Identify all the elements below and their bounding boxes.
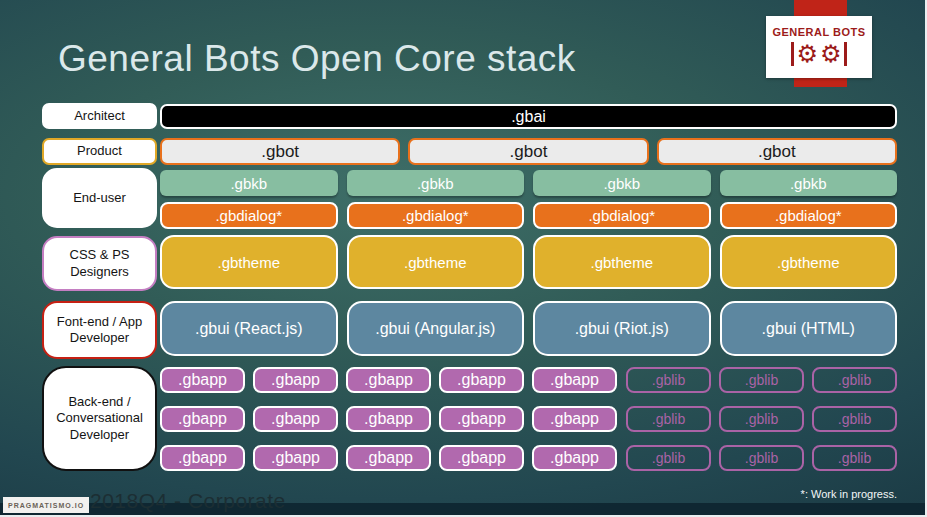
gbapp-box: .gbapp: [160, 445, 245, 471]
gbkb-box: .gbkb: [160, 170, 338, 196]
gbapp-box: .gbapp: [346, 406, 431, 432]
gbtheme-box: .gbtheme: [160, 235, 338, 289]
gbtheme-box: .gbtheme: [720, 235, 898, 289]
backend-row-3: .gbapp.gbapp.gbapp.gbapp.gbapp .gblib.gb…: [160, 445, 897, 471]
gbapp-group: .gbapp.gbapp.gbapp.gbapp.gbapp: [160, 406, 617, 432]
gbtheme-box: .gbtheme: [533, 235, 711, 289]
gblib-group: .gblib.gblib.gblib: [626, 406, 897, 432]
gbkb-box: .gbkb: [533, 170, 711, 196]
gbapp-box: .gbapp: [160, 406, 245, 432]
label-end-user: End-user: [42, 168, 157, 228]
backend-row-1: .gbapp.gbapp.gbapp.gbapp.gbapp .gblib.gb…: [160, 367, 897, 393]
footer-caption: 2018Q4 - Corporate: [90, 489, 286, 513]
gbapp-box: .gbapp: [253, 406, 338, 432]
pragmatismo-logo: PRAGMATISMO.IO: [3, 497, 89, 513]
gbui-box: .gbui (React.js): [160, 301, 338, 356]
general-bots-logo: GENERAL BOTS ⚙ ⚙: [766, 16, 872, 78]
gbai-box: .gbai: [160, 104, 897, 129]
gbapp-box: .gbapp: [439, 367, 524, 393]
gblib-box: .gblib: [626, 445, 711, 471]
gbdialog-box: .gbdialog*: [347, 202, 525, 229]
gbapp-box: .gbapp: [532, 367, 617, 393]
gear-axle-bar-right: [844, 42, 847, 66]
gbdialog-box: .gbdialog*: [720, 202, 898, 229]
gears-icon: ⚙ ⚙: [791, 39, 846, 69]
gblib-group: .gblib.gblib.gblib: [626, 367, 897, 393]
gbot-box: .gbot: [160, 138, 400, 165]
gblib-box: .gblib: [812, 367, 897, 393]
gear-icon: ⚙: [820, 42, 842, 66]
gbapp-box: .gbapp: [253, 445, 338, 471]
gbui-box: .gbui (Riot.js): [533, 301, 711, 356]
page-title: General Bots Open Core stack: [58, 38, 576, 80]
gblib-box: .gblib: [719, 367, 804, 393]
gblib-box: .gblib: [812, 406, 897, 432]
gbkb-box: .gbkb: [347, 170, 525, 196]
label-frontend-app-developer: Font-end / App Developer: [42, 301, 157, 359]
gbapp-box: .gbapp: [160, 367, 245, 393]
gbapp-box: .gbapp: [253, 367, 338, 393]
gbapp-box: .gbapp: [439, 445, 524, 471]
work-in-progress-note: *: Work in progress.: [801, 488, 897, 500]
row-gbtheme: .gbtheme.gbtheme.gbtheme.gbtheme: [160, 235, 897, 289]
gear-icon: ⚙: [796, 42, 818, 66]
gbapp-box: .gbapp: [532, 445, 617, 471]
slide: General Bots Open Core stack GENERAL BOT…: [0, 0, 927, 517]
backend-row-2: .gbapp.gbapp.gbapp.gbapp.gbapp .gblib.gb…: [160, 406, 897, 432]
gbdialog-box: .gbdialog*: [160, 202, 338, 229]
gblib-box: .gblib: [719, 445, 804, 471]
gbkb-box: .gbkb: [720, 170, 898, 196]
label-backend-conversational-developer: Back-end / Conversational Developer: [42, 366, 157, 471]
gblib-group: .gblib.gblib.gblib: [626, 445, 897, 471]
logo-brand-text: GENERAL BOTS: [772, 26, 865, 38]
row-gbai: .gbai: [160, 104, 897, 129]
gbapp-group: .gbapp.gbapp.gbapp.gbapp.gbapp: [160, 367, 617, 393]
row-gbkb: .gbkb.gbkb.gbkb.gbkb: [160, 170, 897, 196]
gbot-box: .gbot: [657, 138, 897, 165]
gbapp-box: .gbapp: [346, 445, 431, 471]
gblib-box: .gblib: [626, 406, 711, 432]
gblib-box: .gblib: [626, 367, 711, 393]
gblib-box: .gblib: [719, 406, 804, 432]
gblib-box: .gblib: [812, 445, 897, 471]
gbapp-box: .gbapp: [532, 406, 617, 432]
gbot-box: .gbot: [408, 138, 648, 165]
label-css-ps-designers: CSS & PS Designers: [42, 236, 157, 291]
gbdialog-box: .gbdialog*: [533, 202, 711, 229]
label-architect: Architect: [42, 103, 157, 129]
gbapp-box: .gbapp: [346, 367, 431, 393]
gear-axle-bar-left: [791, 42, 794, 66]
gbapp-group: .gbapp.gbapp.gbapp.gbapp.gbapp: [160, 445, 617, 471]
row-gbui: .gbui (React.js).gbui (Angular.js).gbui …: [160, 301, 897, 356]
gbui-box: .gbui (HTML): [720, 301, 898, 356]
row-gbdialog: .gbdialog*.gbdialog*.gbdialog*.gbdialog*: [160, 202, 897, 229]
gbtheme-box: .gbtheme: [347, 235, 525, 289]
gbui-box: .gbui (Angular.js): [347, 301, 525, 356]
label-product: Product: [42, 138, 157, 165]
row-gbot: .gbot.gbot.gbot: [160, 138, 897, 165]
gbapp-box: .gbapp: [439, 406, 524, 432]
